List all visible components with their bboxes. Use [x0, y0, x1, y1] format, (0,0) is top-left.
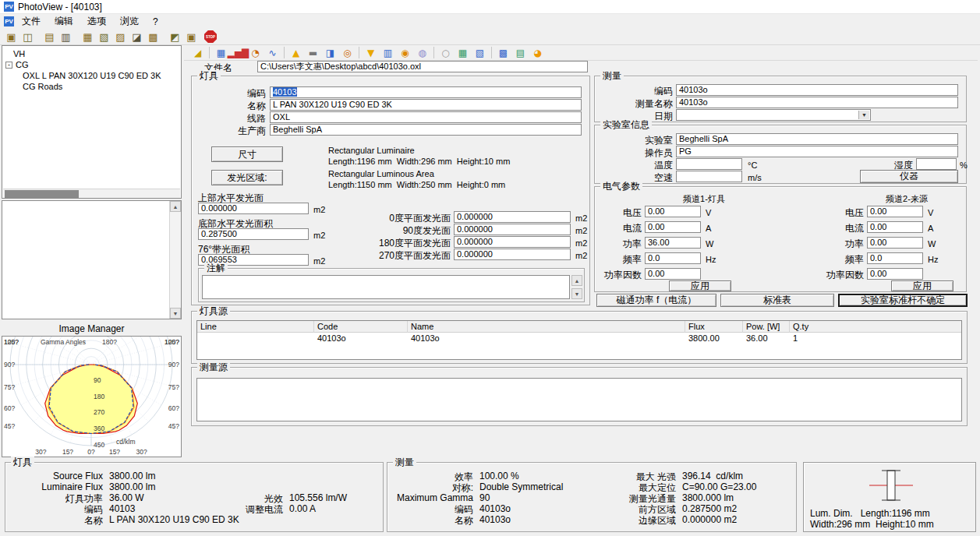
humidity-unit: %: [960, 160, 968, 171]
child-window-icon[interactable]: PV: [4, 16, 14, 26]
power-factor-input-ch1[interactable]: 0.00: [645, 268, 701, 280]
max-gamma-label: Maximum Gamma: [391, 492, 473, 503]
power-input-ch2[interactable]: 0.00: [867, 237, 923, 249]
isocandela-icon[interactable]: ◍: [414, 46, 430, 59]
tool-icon-6[interactable]: ▧: [97, 30, 111, 43]
plane0-input[interactable]: 0.000000: [454, 211, 571, 223]
levels-icon[interactable]: ▧: [472, 46, 488, 59]
menu-help[interactable]: ?: [147, 16, 165, 28]
airspeed-input[interactable]: [676, 171, 742, 182]
date-combobox[interactable]: 2007/ 7/27 ▼: [676, 109, 871, 121]
line-input[interactable]: OXL: [270, 111, 582, 123]
current-input-ch2[interactable]: 0.00: [867, 221, 923, 233]
tool-icon-9[interactable]: ▩: [146, 30, 161, 43]
tree-item-cg-roads[interactable]: CG Roads: [2, 81, 181, 92]
menu-options[interactable]: 选项: [81, 14, 112, 29]
notes-scroll-up-icon[interactable]: ▲: [571, 275, 582, 286]
menu-browse[interactable]: 浏览: [114, 14, 145, 29]
plane180-input[interactable]: 0.000000: [454, 236, 571, 248]
apply-button-ch2[interactable]: 应用: [891, 280, 953, 291]
power-input-ch1[interactable]: 36.00: [645, 237, 701, 249]
tool-icon-1[interactable]: ▣: [4, 30, 19, 43]
table-row[interactable]: 40103o 40103o 3800.00 36.00 1: [197, 333, 961, 344]
image-list-panel: ▲ ▼: [2, 200, 182, 319]
code-input[interactable]: 40103: [270, 86, 582, 98]
tree-item-label: OXL L PAN 30X120 U19 C90 ED 3K: [23, 70, 161, 81]
image-list-scrollbar[interactable]: ▲ ▼: [169, 201, 181, 319]
scroll-down-icon[interactable]: ▼: [170, 308, 181, 319]
tree-item-oxl[interactable]: OXL L PAN 30X120 U19 C90 ED 3K: [2, 70, 181, 81]
frequency-input-ch1[interactable]: 0.0: [645, 252, 701, 264]
standard-table-button[interactable]: 标准表: [720, 294, 834, 307]
column-name[interactable]: Name: [408, 321, 685, 333]
bottom-surface-input[interactable]: 0.287500: [198, 228, 309, 240]
plane90-input[interactable]: 0.000000: [454, 224, 571, 235]
meas-code-input[interactable]: 40103o: [676, 84, 958, 96]
column-flux[interactable]: Flux: [685, 321, 743, 333]
collapse-icon[interactable]: -: [5, 62, 12, 69]
matrix-icon[interactable]: ▩: [495, 46, 511, 59]
tool-icon-10[interactable]: ◩: [168, 30, 182, 43]
filename-field[interactable]: C:\Users\李文惠\Desktop\abcd\40103o.oxl: [257, 61, 588, 72]
tool-icon-4[interactable]: ▥: [58, 30, 73, 43]
voltage-input-ch2[interactable]: 0.00: [867, 206, 923, 217]
date-dropdown-icon[interactable]: ▼: [858, 111, 869, 119]
polar-curve-icon[interactable]: ◔: [247, 46, 264, 59]
humidity-input[interactable]: [916, 158, 957, 170]
stop-icon[interactable]: STOP: [204, 30, 217, 43]
current-input-ch1[interactable]: 0.00: [645, 221, 701, 233]
power-factor-input-ch2[interactable]: 0.00: [867, 268, 923, 280]
tree-item-cg[interactable]: - CG: [2, 59, 181, 70]
operator-input[interactable]: PG: [676, 146, 958, 157]
lab-uncertainty-button[interactable]: 实验室标准杆不确定: [838, 294, 968, 307]
beam-cone-icon[interactable]: ▼: [363, 46, 379, 59]
plane270-input[interactable]: 0.000000: [454, 249, 571, 260]
isolux-icon[interactable]: ◎: [339, 46, 356, 59]
tool-icon-8[interactable]: ◪: [129, 30, 144, 43]
apply-button-ch1[interactable]: 应用: [669, 280, 731, 291]
glare-icon[interactable]: ◉: [397, 46, 413, 59]
gray-circle-icon[interactable]: ○: [437, 46, 454, 59]
tool-icon-5[interactable]: ▦: [80, 30, 95, 43]
scrollbar-thumb[interactable]: [5, 190, 79, 198]
tree-item-vh[interactable]: VH: [2, 48, 181, 59]
luminous-area-button[interactable]: 发光区域:: [211, 170, 283, 185]
tool-icon-3[interactable]: ▤: [42, 30, 57, 43]
temperature-input[interactable]: [676, 158, 742, 170]
tool-icon-7[interactable]: ▨: [113, 30, 128, 43]
column-qty[interactable]: Q.ty: [790, 321, 960, 333]
upper-surface-input[interactable]: 0.000000: [198, 203, 309, 214]
color-disc-icon[interactable]: ◕: [529, 46, 546, 59]
menu-edit[interactable]: 编辑: [48, 14, 80, 29]
column-pow[interactable]: Pow. [W]: [743, 321, 790, 333]
flood-diagram-icon[interactable]: ◨: [322, 46, 338, 59]
frequency-input-ch2[interactable]: 0.0: [867, 252, 923, 264]
column-line[interactable]: Line: [197, 321, 314, 333]
tree-horizontal-scrollbar[interactable]: [3, 189, 180, 198]
column-code[interactable]: Code: [314, 321, 408, 333]
flux-power-button[interactable]: 磁通功率 f（电流）: [596, 294, 716, 307]
scroll-up-icon[interactable]: ▲: [170, 201, 181, 212]
measurement-source-area[interactable]: [196, 378, 962, 421]
notes-scroll-down-icon[interactable]: ▼: [571, 288, 582, 299]
road-icon[interactable]: ▬: [305, 46, 321, 59]
tool-icon-2[interactable]: ◫: [20, 30, 35, 43]
meas-name-input[interactable]: 40103o: [676, 97, 958, 108]
dimensions-button[interactable]: 尺寸: [211, 146, 283, 162]
lab-input[interactable]: Beghelli SpA: [676, 133, 958, 145]
notes-textarea[interactable]: [202, 275, 570, 299]
table-green-icon[interactable]: ▦: [455, 46, 471, 59]
name-input[interactable]: L PAN 30X120 U19 C90 ED 3K: [270, 99, 582, 111]
cartesian-curve-icon[interactable]: ∿: [264, 46, 281, 59]
report-icon[interactable]: ▤: [512, 46, 529, 59]
ugr-table-icon[interactable]: ▥: [380, 46, 396, 59]
cone-diagram-icon[interactable]: ▲: [288, 46, 304, 59]
tool-icon-11[interactable]: ▣: [184, 30, 199, 43]
bar-chart-icon[interactable]: ▂▅▇: [230, 46, 246, 59]
edit-icon[interactable]: ◢: [189, 46, 206, 59]
voltage-input-ch1[interactable]: 0.00: [645, 206, 701, 217]
manufacturer-input[interactable]: Beghelli SpA: [270, 124, 582, 136]
menu-file[interactable]: 文件: [16, 14, 47, 29]
meas-name-label: 测量名称: [595, 98, 673, 109]
instrument-button[interactable]: 仪器: [860, 170, 958, 183]
